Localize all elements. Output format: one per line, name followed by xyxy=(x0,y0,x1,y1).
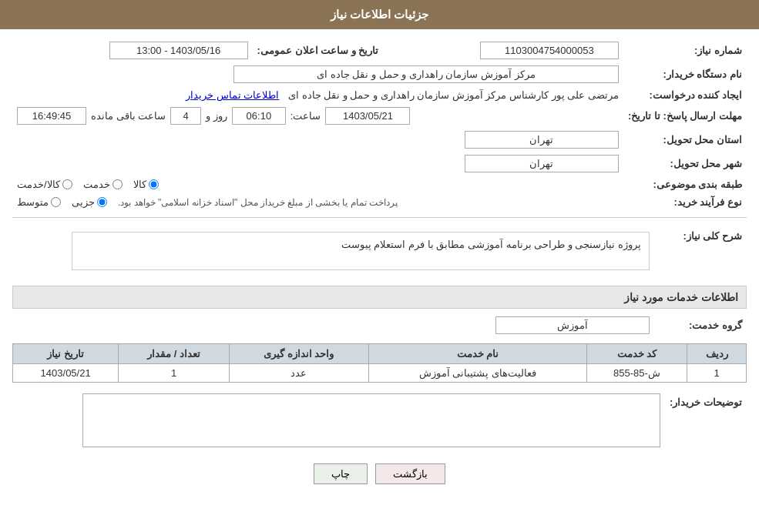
category-radio-group: کالا/خدمت خدمت کالا xyxy=(17,179,619,190)
cell-row: 1 xyxy=(687,364,747,383)
notes-table: توضیحات خریدار: xyxy=(12,390,747,453)
col-header-unit: واحد اندازه گیری xyxy=(229,344,368,364)
print-button[interactable]: چاپ xyxy=(314,463,368,484)
services-table: ردیف کد خدمت نام خدمت واحد اندازه گیری ت… xyxy=(12,343,747,383)
buyer-notes-label: توضیحات خریدار: xyxy=(665,390,747,453)
announcement-label: تاریخ و ساعت اعلان عمومی: xyxy=(253,38,384,62)
send-deadline-label: مهلت ارسال پاسخ: تا تاریخ: xyxy=(623,104,747,128)
radio-motavaset-label: متوسط xyxy=(17,196,49,208)
col-header-code: کد خدمت xyxy=(586,344,687,364)
col-header-qty: تعداد / مقدار xyxy=(119,344,230,364)
purchase-notice: پرداخت تمام یا بخشی از مبلغ خریداز محل "… xyxy=(118,197,398,208)
need-number-value: 1103004754000053 xyxy=(480,42,619,59)
back-button[interactable]: بازگشت xyxy=(375,463,445,484)
category-label: طبقه بندی موضوعی: xyxy=(623,176,747,193)
service-group-label: گروه خدمت: xyxy=(654,313,747,337)
service-group-value: آموزش xyxy=(495,316,650,334)
radio-jozi-input[interactable] xyxy=(97,197,107,207)
remaining-value: 16:49:45 xyxy=(17,107,86,125)
cell-qty: 1 xyxy=(119,364,230,383)
date-value: 1403/05/21 xyxy=(325,107,410,125)
cell-unit: عدد xyxy=(229,364,368,383)
cell-name: فعالیت‌های پشتیبانی آموزش xyxy=(368,364,586,383)
page-wrapper: جزئیات اطلاعات نیاز شماره نیاز: 11030047… xyxy=(0,0,759,532)
time-label: ساعت: xyxy=(291,110,321,122)
radio-khadamat-input[interactable] xyxy=(113,179,123,189)
top-info-table: شماره نیاز: 1103004754000053 تاریخ و ساع… xyxy=(12,38,747,211)
table-row: 1ش-85-855فعالیت‌های پشتیبانی آموزشعدد114… xyxy=(13,364,747,383)
service-group-table: گروه خدمت: آموزش xyxy=(12,313,747,337)
radio-kala-input[interactable] xyxy=(149,179,159,189)
city-label: شهر محل تحویل: xyxy=(623,152,747,176)
creator-label: ایجاد کننده درخواست: xyxy=(623,86,747,104)
purchase-type-label: نوع فرآیند خرید: xyxy=(623,193,747,211)
buyer-notes-input[interactable] xyxy=(82,393,660,447)
remaining-label: ساعت باقی مانده xyxy=(91,110,166,122)
button-row: بازگشت چاپ xyxy=(12,463,747,484)
services-section-title: اطلاعات خدمات مورد نیاز xyxy=(12,286,747,309)
need-number-label: شماره نیاز: xyxy=(623,38,747,62)
page-header: جزئیات اطلاعات نیاز xyxy=(0,0,759,29)
radio-kala-khadamat: کالا/خدمت xyxy=(17,179,72,190)
divider-1 xyxy=(12,217,747,218)
time-value: 06:10 xyxy=(232,107,286,125)
creator-value: مرتضی علی پور کارشناس مرکز آموزش سازمان … xyxy=(288,89,619,101)
content-area: شماره نیاز: 1103004754000053 تاریخ و ساع… xyxy=(0,29,759,501)
radio-khadamat-label: خدمت xyxy=(83,179,110,190)
description-value: پروژه نیازسنجی و طراحی برنامه آموزشی مطا… xyxy=(72,232,650,270)
buyer-org-label: نام دستگاه خریدار: xyxy=(623,62,747,86)
days-label: روز و xyxy=(206,110,227,122)
description-table: شرح کلی نیاز: پروژه نیازسنجی و طراحی برن… xyxy=(12,224,747,278)
radio-kala-khadamat-input[interactable] xyxy=(62,179,72,189)
radio-kala-label: کالا xyxy=(133,179,146,190)
days-value: 4 xyxy=(170,107,201,125)
province-label: استان محل تحویل: xyxy=(623,128,747,152)
radio-kala-khadamat-label: کالا/خدمت xyxy=(17,179,60,190)
radio-jozi: جزیی xyxy=(72,196,107,208)
city-value: تهران xyxy=(465,155,619,172)
buyer-org-value: مرکز آموزش سازمان راهداری و حمل و نقل جا… xyxy=(233,65,619,83)
radio-khadamat: خدمت xyxy=(83,179,123,190)
col-header-name: نام خدمت xyxy=(368,344,586,364)
radio-kala: کالا xyxy=(133,179,159,190)
announcement-value: 1403/05/16 - 13:00 xyxy=(109,42,248,59)
radio-motavaset-input[interactable] xyxy=(51,197,61,207)
contact-link[interactable]: اطلاعات تماس خریدار xyxy=(186,89,279,101)
radio-jozi-label: جزیی xyxy=(72,196,95,208)
header-title: جزئیات اطلاعات نیاز xyxy=(331,8,428,21)
col-header-date: تاریخ نیاز xyxy=(13,344,119,364)
col-header-row: ردیف xyxy=(687,344,747,364)
cell-code: ش-85-855 xyxy=(586,364,687,383)
radio-motavaset: متوسط xyxy=(17,196,61,208)
province-value: تهران xyxy=(465,131,619,149)
cell-date: 1403/05/21 xyxy=(13,364,119,383)
description-section-label: شرح کلی نیاز: xyxy=(654,224,747,278)
